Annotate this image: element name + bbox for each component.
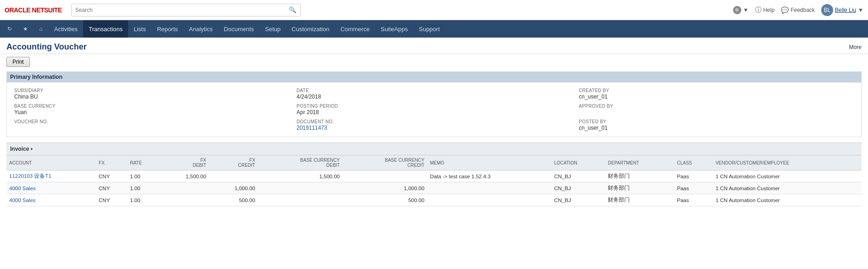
nav-item-support[interactable]: Support xyxy=(413,20,445,38)
nav-item-commerce[interactable]: Commerce xyxy=(335,20,375,38)
cell-fx-credit xyxy=(209,170,258,182)
col-vendor: VENDOR/CUSTOMER/EMPLOYEE xyxy=(713,155,862,170)
table-header: ACCOUNT FX RATE FXDEBIT FXCREDIT BASE CU… xyxy=(6,155,862,170)
nav-back-icon[interactable]: ↻ xyxy=(2,21,17,37)
actions-icon: ⚙ xyxy=(733,6,741,14)
nav-item-analytics[interactable]: Analytics xyxy=(184,20,218,38)
col-memo: MEMO xyxy=(427,155,552,170)
date-cell: DATE 4/24/2018 xyxy=(293,86,575,102)
nav-item-suiteapps[interactable]: SuiteApps xyxy=(375,20,413,38)
table-row: 4000 Sales CNY 1.00 1,000.00 1,000.00 CN… xyxy=(6,182,862,194)
document-no-link[interactable]: 2019111473 xyxy=(297,125,327,131)
col-account: ACCOUNT xyxy=(6,155,96,170)
table-row: 4000 Sales CNY 1.00 500.00 500.00 CN_BJ … xyxy=(6,194,862,206)
netsuite-text: NETSUITE xyxy=(32,6,62,14)
nav-item-reports[interactable]: Reports xyxy=(151,20,184,38)
cell-fx-debit xyxy=(160,182,209,194)
cell-class: Paas xyxy=(674,182,713,194)
subsidiary-cell: SUBSIDIARY China BU xyxy=(11,86,293,102)
page-content: Print Primary Information SUBSIDIARY Chi… xyxy=(0,54,868,213)
col-fx-debit: FXDEBIT xyxy=(160,155,209,170)
cell-account: 4000 Sales xyxy=(6,194,96,206)
cell-fx-debit: 1,500.00 xyxy=(160,170,209,182)
voucher-no-label: VOUCHER NO. xyxy=(14,119,289,124)
user-menu[interactable]: BL Belle Liu ▼ xyxy=(821,4,863,16)
cell-vendor: 1 CN Automation Customer xyxy=(713,170,862,182)
base-currency-cell: BASE CURRENCY Yuan xyxy=(11,102,293,117)
cell-bc-credit: 1,000.00 xyxy=(342,182,427,194)
col-fx-credit: FXCREDIT xyxy=(209,155,258,170)
help-icon: ⓘ xyxy=(755,6,762,14)
user-avatar: BL xyxy=(821,4,833,16)
cell-fx: CNY xyxy=(96,170,127,182)
cell-rate: 1.00 xyxy=(127,194,160,206)
cell-fx: CNY xyxy=(96,182,127,194)
invoice-section-header: Invoice • xyxy=(6,143,862,155)
subsidiary-label: SUBSIDIARY xyxy=(14,88,289,93)
base-currency-value: Yuan xyxy=(14,109,289,115)
cell-bc-credit: 500.00 xyxy=(342,194,427,206)
help-button[interactable]: ⓘ Help xyxy=(755,6,775,14)
page-header: Accounting Voucher More xyxy=(0,38,868,54)
cell-department: 财务部门 xyxy=(605,182,674,194)
feedback-label: Feedback xyxy=(790,7,815,13)
nav-item-transactions[interactable]: Transactions xyxy=(83,20,128,38)
cell-bc-debit: 1,500.00 xyxy=(258,170,342,182)
cell-fx-debit xyxy=(160,194,209,206)
posting-period-value: Apr 2018 xyxy=(297,109,571,115)
voucher-no-cell: VOUCHER NO. xyxy=(11,117,293,133)
nav-home-icon[interactable]: ⌂ xyxy=(33,21,49,37)
search-bar[interactable]: 🔍 xyxy=(71,4,301,16)
created-by-label: CREATED BY xyxy=(579,88,854,93)
date-label: DATE xyxy=(297,88,571,93)
search-input[interactable] xyxy=(72,7,285,13)
logo: ORACLE NETSUITE xyxy=(5,6,62,14)
cell-vendor: 1 CN Automation Customer xyxy=(713,182,862,194)
feedback-icon: 💬 xyxy=(781,6,789,14)
page-title: Accounting Voucher xyxy=(6,42,87,52)
document-no-cell: DOCUMENT NO. 2019111473 xyxy=(293,117,575,133)
nav-item-customization[interactable]: Customization xyxy=(286,20,335,38)
cell-memo: Data -> test case 1.52.4.3 xyxy=(427,170,552,182)
cell-class: Paas xyxy=(674,170,713,182)
document-no-value: 2019111473 xyxy=(297,125,571,131)
more-link[interactable]: More xyxy=(849,44,862,50)
cell-rate: 1.00 xyxy=(127,170,160,182)
cell-fx-credit: 1,000.00 xyxy=(209,182,258,194)
cell-bc-credit xyxy=(342,170,427,182)
nav-item-documents[interactable]: Documents xyxy=(218,20,260,38)
col-bc-debit: BASE CURRENCYDEBIT xyxy=(258,155,342,170)
posting-period-cell: POSTING PERIOD Apr 2018 xyxy=(293,102,575,117)
primary-info-header: Primary Information xyxy=(6,71,862,82)
cell-fx-credit: 500.00 xyxy=(209,194,258,206)
user-chevron: ▼ xyxy=(858,7,863,13)
created-by-cell: CREATED BY cn_user_01 xyxy=(575,86,857,102)
cell-fx: CNY xyxy=(96,194,127,206)
cell-vendor: 1 CN Automation Customer xyxy=(713,194,862,206)
posted-by-label: POSTED BY xyxy=(579,119,854,124)
nav-item-lists[interactable]: Lists xyxy=(128,20,151,38)
col-location: LOCATION xyxy=(551,155,605,170)
cell-department: 财务部门 xyxy=(605,170,674,182)
actions-dropdown[interactable]: ⚙ ▼ xyxy=(733,6,749,14)
oracle-text: ORACLE xyxy=(5,6,30,14)
cell-memo xyxy=(427,182,552,194)
col-class: CLASS xyxy=(674,155,713,170)
nav-item-setup[interactable]: Setup xyxy=(259,20,286,38)
print-button[interactable]: Print xyxy=(6,57,30,67)
nav-item-activities[interactable]: Activities xyxy=(49,20,83,38)
created-by-value: cn_user_01 xyxy=(579,93,854,100)
cell-location: CN_BJ xyxy=(551,182,605,194)
search-button[interactable]: 🔍 xyxy=(285,6,300,13)
cell-department: 财务部门 xyxy=(605,194,674,206)
feedback-button[interactable]: 💬 Feedback xyxy=(781,6,815,14)
posted-by-value: cn_user_01 xyxy=(579,125,854,131)
cell-bc-debit xyxy=(258,182,342,194)
col-bc-credit: BASE CURRENCYCREDIT xyxy=(342,155,427,170)
col-rate: RATE xyxy=(127,155,160,170)
nav-bar: ↻ ★ ⌂ Activities Transactions Lists Repo… xyxy=(0,20,868,38)
nav-star-icon[interactable]: ★ xyxy=(17,21,33,37)
help-label: Help xyxy=(763,7,775,13)
approved-by-label: APPROVED BY xyxy=(579,104,854,109)
approved-by-cell: APPROVED BY xyxy=(575,102,857,117)
